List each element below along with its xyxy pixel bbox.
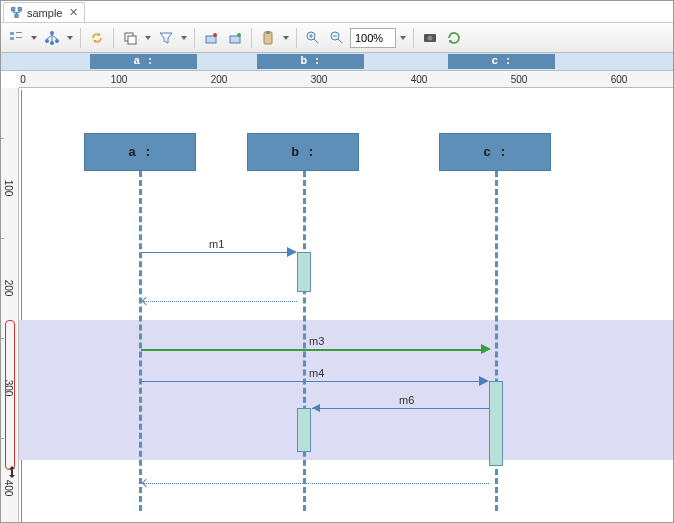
svg-point-7 [50, 31, 54, 35]
message-m3[interactable] [141, 349, 487, 351]
lifeline-head-b[interactable]: b : [247, 133, 359, 171]
separator [194, 28, 195, 48]
toolbar [1, 23, 673, 53]
separator [296, 28, 297, 48]
zoom-out-button[interactable] [326, 27, 348, 49]
filter-dropdown[interactable] [179, 27, 189, 49]
unpin-button[interactable] [224, 27, 246, 49]
header-pill-a[interactable]: a : [90, 54, 197, 69]
header-pill-b[interactable]: b : [257, 54, 364, 69]
tab-title: sample [27, 7, 62, 19]
close-icon[interactable]: ✕ [69, 6, 78, 19]
selection-range-handle[interactable] [5, 320, 15, 470]
svg-point-22 [428, 35, 433, 40]
header-pill-c[interactable]: c : [448, 54, 555, 69]
refresh-green-button[interactable] [443, 27, 465, 49]
lifeline-b[interactable] [303, 171, 306, 511]
message-label: m1 [209, 238, 224, 250]
activation-b-2[interactable] [297, 408, 311, 452]
separator [413, 28, 414, 48]
outline-dropdown[interactable] [29, 27, 39, 49]
svg-point-10 [50, 41, 54, 45]
activation-b-1[interactable] [297, 252, 311, 292]
svg-rect-2 [15, 14, 18, 17]
svg-point-9 [55, 39, 59, 43]
lifeline-header-bar: a : b : c : [1, 53, 673, 71]
svg-rect-5 [16, 32, 22, 33]
outline-button[interactable] [5, 27, 27, 49]
diagram-icon [10, 6, 23, 19]
message-m4[interactable] [141, 381, 487, 382]
work-area: 100 200 300 400 a : b : c : m1 [1, 88, 673, 522]
svg-rect-4 [10, 37, 14, 40]
svg-point-8 [45, 39, 49, 43]
editor-tab[interactable]: sample ✕ [3, 2, 85, 22]
copy-layout-dropdown[interactable] [143, 27, 153, 49]
zoom-input[interactable] [350, 28, 396, 48]
arrow-icon [142, 479, 150, 487]
message-label: m6 [399, 394, 414, 406]
svg-rect-12 [128, 36, 136, 44]
message-label: m3 [309, 335, 324, 347]
message-label: m4 [309, 367, 324, 379]
filter-button[interactable] [155, 27, 177, 49]
separator [113, 28, 114, 48]
export-image-button[interactable] [419, 27, 441, 49]
activation-c-1[interactable] [489, 381, 503, 466]
zoom-in-button[interactable] [302, 27, 324, 49]
separator [251, 28, 252, 48]
svg-rect-18 [266, 31, 270, 34]
paste-button[interactable] [257, 27, 279, 49]
arrow-icon [479, 376, 489, 386]
zoom-dropdown[interactable] [398, 27, 408, 49]
svg-rect-3 [10, 32, 14, 35]
svg-rect-15 [230, 36, 240, 43]
message-m6[interactable] [312, 408, 489, 409]
ruler-vertical: 100 200 300 400 [1, 88, 19, 522]
lifeline-head-a[interactable]: a : [84, 133, 196, 171]
svg-point-16 [237, 33, 241, 37]
interaction-highlight [19, 320, 673, 460]
message-return-m4[interactable] [143, 483, 489, 484]
svg-rect-0 [12, 8, 15, 11]
editor-tab-bar: sample ✕ [1, 1, 673, 23]
copy-layout-button[interactable] [119, 27, 141, 49]
layout-button[interactable] [41, 27, 63, 49]
svg-rect-6 [16, 37, 22, 38]
resize-arrow-icon[interactable] [8, 466, 16, 478]
message-return-m1[interactable] [143, 301, 297, 302]
arrow-icon [312, 404, 320, 412]
paste-dropdown[interactable] [281, 27, 291, 49]
svg-point-14 [213, 33, 217, 37]
svg-rect-13 [206, 36, 216, 43]
message-m1[interactable] [141, 252, 295, 253]
arrow-icon [287, 247, 297, 257]
diagram-canvas[interactable]: a : b : c : m1 m3 m4 m6 [19, 88, 673, 522]
lifeline-head-c[interactable]: c : [439, 133, 551, 171]
svg-rect-1 [18, 8, 21, 11]
layout-dropdown[interactable] [65, 27, 75, 49]
arrow-icon [142, 297, 150, 305]
ruler-horizontal: 0 100 200 300 400 500 600 [19, 71, 673, 88]
lifeline-a[interactable] [139, 171, 142, 511]
pin-button[interactable] [200, 27, 222, 49]
separator [80, 28, 81, 48]
arrow-icon [481, 344, 491, 354]
refresh-button[interactable] [86, 27, 108, 49]
